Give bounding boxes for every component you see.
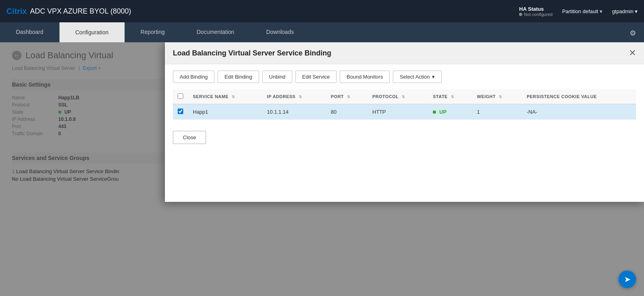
product-name: ADC VPX AZURE BYOL (8000) (30, 7, 131, 16)
top-bar: Citrix ADC VPX AZURE BYOL (8000) HA Stat… (0, 0, 644, 22)
add-binding-button[interactable]: Add Binding (173, 71, 214, 83)
cell-protocol: HTTP (368, 104, 428, 120)
nav-bar: Dashboard Configuration Reporting Docume… (0, 22, 644, 42)
sort-icon-service-name[interactable]: ⇅ (232, 95, 235, 99)
service-bindings-table: SERVICE NAME ⇅ IP ADDRESS ⇅ PORT ⇅ (173, 89, 636, 120)
sort-icon-port[interactable]: ⇅ (347, 95, 351, 99)
col-weight: WEIGHT ⇅ (472, 89, 522, 104)
edit-service-button[interactable]: Edit Service (295, 71, 337, 83)
cell-weight: 1 (472, 104, 522, 120)
table-row[interactable]: Happ1 10.1.1.14 80 HTTP UP 1 (173, 104, 636, 120)
modal-close-button[interactable]: ✕ (629, 49, 636, 57)
tab-documentation[interactable]: Documentation (180, 22, 250, 42)
ha-status-area: HA Status Not configured (519, 6, 553, 17)
tab-dashboard[interactable]: Dashboard (0, 22, 59, 42)
close-modal-button[interactable]: Close (173, 131, 206, 144)
username: gtpadmin (612, 8, 633, 14)
ha-status-value: Not configured (519, 12, 553, 17)
col-port: PORT ⇅ (326, 89, 368, 104)
top-bar-right: HA Status Not configured Partition defau… (519, 6, 638, 17)
cell-state: UP (428, 104, 472, 120)
modal-footer: Close (165, 126, 644, 149)
ha-status-title: HA Status (519, 6, 544, 12)
sort-icon-ip[interactable]: ⇅ (299, 95, 302, 99)
user-menu[interactable]: gtpadmin ▾ (612, 8, 638, 14)
header-checkbox-cell (173, 89, 188, 104)
modal-overlay: Load Balancing Virtual Server Service Bi… (0, 42, 644, 296)
tab-configuration[interactable]: Configuration (59, 22, 125, 42)
modal-dialog: Load Balancing Virtual Server Service Bi… (165, 42, 644, 202)
ha-status-dot (519, 13, 522, 16)
modal-body: Add Binding Edit Binding Unbind Edit Ser… (165, 64, 644, 126)
unbind-button[interactable]: Unbind (262, 71, 292, 83)
sort-icon-weight[interactable]: ⇅ (499, 95, 502, 99)
state-indicator: UP (433, 109, 467, 115)
cell-service-name: Happ1 (188, 104, 262, 120)
col-protocol: PROTOCOL ⇅ (368, 89, 428, 104)
bound-monitors-button[interactable]: Bound Monitors (340, 71, 390, 83)
col-ip-address: IP ADDRESS ⇅ (262, 89, 326, 104)
sort-icon-state[interactable]: ⇅ (451, 95, 454, 99)
cell-ip-address: 10.1.1.14 (262, 104, 326, 120)
row-checkbox-cell (173, 104, 188, 120)
modal-title: Load Balancing Virtual Server Service Bi… (173, 49, 331, 57)
select-all-checkbox[interactable] (178, 93, 183, 99)
row-checkbox[interactable] (178, 109, 183, 114)
col-state: STATE ⇅ (428, 89, 472, 104)
cell-persistence: -NA- (522, 104, 636, 120)
brand-logo: Citrix (6, 7, 27, 16)
select-action-button[interactable]: Select Action ▾ (393, 71, 442, 83)
table-header-row: SERVICE NAME ⇅ IP ADDRESS ⇅ PORT ⇅ (173, 89, 636, 104)
partition-label: Partition (562, 8, 581, 14)
edit-binding-button[interactable]: Edit Binding (218, 71, 259, 83)
modal-toolbar: Add Binding Edit Binding Unbind Edit Ser… (173, 71, 636, 83)
fab-button[interactable]: ➤ (618, 270, 636, 288)
partition-value: default (583, 8, 598, 14)
cell-port: 80 (326, 104, 368, 120)
state-up-dot (433, 111, 436, 114)
modal-header: Load Balancing Virtual Server Service Bi… (165, 42, 644, 64)
partition-selector[interactable]: Partition default ▾ (562, 8, 602, 14)
col-service-name: SERVICE NAME ⇅ (188, 89, 262, 104)
nav-tabs: Dashboard Configuration Reporting Docume… (0, 22, 310, 42)
tab-reporting[interactable]: Reporting (125, 22, 181, 42)
col-persistence: PERSISTENCE COOKIE VALUE (522, 89, 636, 104)
citrix-name: Citrix (6, 7, 27, 16)
settings-icon[interactable]: ⚙ (622, 24, 644, 42)
dropdown-arrow-icon: ▾ (432, 74, 435, 80)
fab-icon: ➤ (624, 274, 631, 284)
brand-area: Citrix ADC VPX AZURE BYOL (8000) (6, 7, 131, 16)
tab-downloads[interactable]: Downloads (250, 22, 310, 42)
page-content: ← Load Balancing Virtual Load Balancing … (0, 42, 644, 296)
sort-icon-protocol[interactable]: ⇅ (402, 95, 405, 99)
